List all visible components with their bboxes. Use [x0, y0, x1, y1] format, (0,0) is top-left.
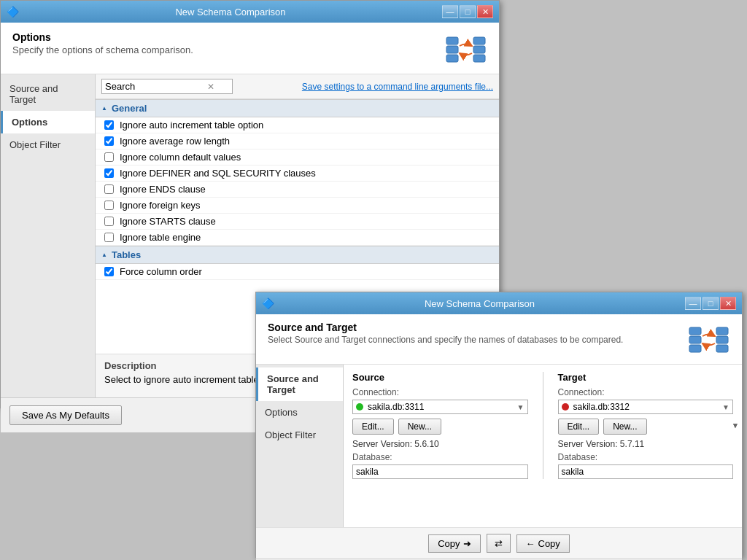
- source-connection-select[interactable]: sakila.db:3311: [368, 402, 525, 412]
- copy-left-button[interactable]: ← Copy: [516, 534, 570, 553]
- target-database-select[interactable]: sakila: [562, 467, 730, 477]
- front-nav-object-filter[interactable]: Object Filter: [256, 424, 343, 446]
- st-subtitle: Select Source and Target connections and…: [268, 335, 623, 345]
- schema-icon: [444, 31, 487, 68]
- option-row-4: Ignore DEFINER and SQL SECURITY clauses: [96, 166, 499, 182]
- svg-rect-10: [716, 336, 728, 343]
- option-row-6: Ignore foreign keys: [96, 198, 499, 214]
- target-new-button[interactable]: New...: [603, 419, 646, 435]
- back-minimize-button[interactable]: —: [442, 5, 458, 18]
- front-close-button[interactable]: ✕: [720, 297, 736, 310]
- search-bar: ✕ Save settings to a command line argume…: [96, 74, 499, 99]
- source-database-select[interactable]: sakila: [356, 467, 525, 477]
- target-panel: Target Connection: sakila.db:3312 ▼ Edit…: [558, 372, 734, 479]
- swap-icon: ⇄: [495, 538, 503, 549]
- copy-right-arrow: ➜: [463, 538, 471, 549]
- save-settings-link[interactable]: Save settings to a command line argument…: [302, 82, 493, 92]
- option-label-3: Ignore column default values: [120, 152, 241, 163]
- front-window-icon: 🔷: [262, 298, 274, 309]
- source-target-content: Source Connection: sakila.db:3311 ▼ Edit…: [344, 365, 742, 527]
- nav-object-filter[interactable]: Object Filter: [1, 133, 95, 156]
- copy-right-label: Copy: [438, 538, 460, 549]
- checkbox-ignore-definer[interactable]: [104, 168, 114, 178]
- target-buttons: Edit... New...: [558, 419, 734, 435]
- source-edit-button[interactable]: Edit...: [352, 419, 394, 435]
- svg-rect-9: [716, 327, 728, 335]
- front-content-area: Source and Target Options Object Filter …: [256, 365, 742, 527]
- source-panel: Source Connection: sakila.db:3311 ▼ Edit…: [352, 372, 528, 479]
- svg-rect-5: [473, 55, 485, 62]
- source-connection-select-wrap: sakila.db:3311 ▼: [352, 400, 528, 414]
- source-connection-label: Connection:: [352, 387, 528, 397]
- copy-row: Copy ➜ ⇄ ← Copy: [256, 527, 742, 559]
- target-edit-button[interactable]: Edit...: [558, 419, 600, 435]
- source-status-dot: [356, 403, 363, 411]
- back-close-button[interactable]: ✕: [477, 5, 493, 18]
- back-left-nav: Source and Target Options Object Filter: [1, 74, 96, 397]
- back-window-icon: 🔷: [7, 6, 19, 18]
- back-maximize-button[interactable]: □: [460, 5, 476, 18]
- option-row-8: Ignore table engine: [96, 230, 499, 246]
- save-defaults-button[interactable]: Save As My Defaults: [9, 405, 122, 425]
- front-nav-source-target[interactable]: Source and Target: [256, 368, 343, 401]
- svg-rect-3: [473, 37, 485, 44]
- connection-panels: Source Connection: sakila.db:3311 ▼ Edit…: [352, 372, 733, 479]
- target-database-select-wrap: sakila ▼: [558, 464, 734, 479]
- checkbox-ignore-ends[interactable]: [104, 184, 114, 194]
- option-row-5: Ignore ENDS clause: [96, 182, 499, 198]
- option-row-2: Ignore average row length: [96, 133, 499, 149]
- option-row-3: Ignore column default values: [96, 149, 499, 166]
- options-header: Options Specify the options of schema co…: [1, 23, 499, 74]
- front-maximize-button[interactable]: □: [703, 297, 719, 310]
- general-section-title: General: [112, 103, 147, 114]
- checkbox-ignore-table-engine[interactable]: [104, 233, 114, 242]
- nav-options[interactable]: Options: [1, 111, 95, 133]
- svg-rect-7: [689, 336, 701, 343]
- option-row-9: Force column order: [96, 264, 499, 280]
- front-left-nav: Source and Target Options Object Filter: [256, 365, 344, 527]
- search-clear-button[interactable]: ✕: [207, 82, 214, 92]
- checkbox-force-column-order[interactable]: [104, 267, 114, 276]
- copy-left-label: Copy: [538, 538, 560, 549]
- svg-rect-8: [689, 345, 701, 352]
- target-connection-label: Connection:: [558, 387, 734, 397]
- nav-source-target[interactable]: Source and Target: [1, 77, 95, 111]
- copy-right-button[interactable]: Copy ➜: [428, 534, 480, 553]
- checkbox-ignore-avg-row[interactable]: [104, 136, 114, 146]
- option-row-1: Ignore auto increment table option: [96, 117, 499, 133]
- checkbox-ignore-col-default[interactable]: [104, 152, 114, 162]
- options-title: Options: [12, 31, 193, 43]
- svg-rect-4: [473, 46, 485, 53]
- st-title: Source and Target: [268, 322, 623, 333]
- option-label-1: Ignore auto increment table option: [120, 120, 263, 131]
- target-connection-select[interactable]: sakila.db:3312: [573, 402, 730, 412]
- checkbox-ignore-auto-increment[interactable]: [104, 120, 114, 130]
- target-panel-title: Target: [558, 372, 734, 383]
- front-window-title: New Schema Comparison: [274, 298, 685, 309]
- tables-section-header: Tables: [96, 246, 499, 264]
- source-buttons: Edit... New...: [352, 419, 528, 435]
- front-schema-icon: [686, 322, 730, 358]
- option-label-2: Ignore average row length: [120, 136, 230, 147]
- back-title-bar: 🔷 New Schema Comparison — □ ✕: [1, 1, 499, 23]
- panel-divider: [543, 372, 543, 479]
- tables-section-title: Tables: [112, 249, 141, 260]
- option-label-4: Ignore DEFINER and SQL SECURITY clauses: [120, 168, 316, 179]
- checkbox-ignore-starts[interactable]: [104, 217, 114, 226]
- source-new-button[interactable]: New...: [398, 419, 441, 435]
- option-label-8: Ignore table engine: [120, 232, 201, 243]
- swap-button[interactable]: ⇄: [487, 534, 511, 553]
- source-target-header: Source and Target Select Source and Targ…: [256, 314, 742, 365]
- front-title-controls: — □ ✕: [685, 297, 736, 310]
- front-minimize-button[interactable]: —: [685, 297, 701, 310]
- svg-rect-0: [446, 37, 458, 44]
- back-title-controls: — □ ✕: [442, 5, 493, 18]
- front-nav-options[interactable]: Options: [256, 401, 343, 424]
- source-database-select-wrap: sakila ▼: [352, 464, 528, 479]
- search-input[interactable]: [105, 81, 207, 92]
- source-server-version: Server Version: 5.6.10: [352, 439, 528, 449]
- checkbox-ignore-fk[interactable]: [104, 201, 114, 210]
- search-input-wrap: ✕: [101, 79, 233, 94]
- front-title-bar: 🔷 New Schema Comparison — □ ✕: [256, 292, 742, 314]
- target-status-dot: [562, 403, 569, 411]
